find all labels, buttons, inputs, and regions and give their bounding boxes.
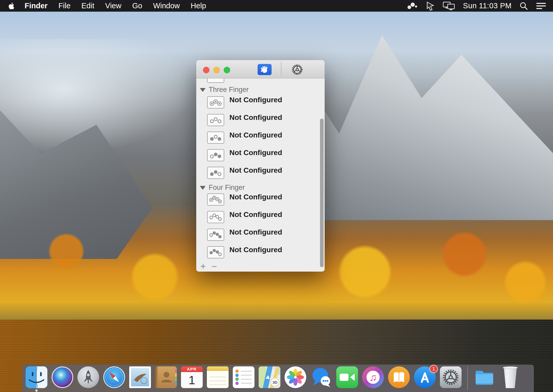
four-finger-left-filled-icon	[207, 246, 224, 258]
three-finger-tap-rings-icon	[207, 96, 224, 108]
dock-finder[interactable]	[26, 366, 47, 388]
gesture-status: Not Configured	[229, 113, 282, 122]
three-finger-outer-filled-icon	[207, 132, 224, 144]
minimize-button[interactable]	[213, 67, 220, 73]
screen-share-cursor-icon[interactable]	[426, 0, 435, 12]
disclosure-triangle-icon[interactable]	[200, 186, 206, 190]
apple-logo-icon	[8, 2, 14, 10]
remove-gesture-button[interactable]: −	[212, 262, 217, 271]
trash-rim	[503, 366, 518, 369]
messages-icon	[310, 366, 332, 388]
dock-siri[interactable]	[52, 366, 73, 388]
gesture-row[interactable]: Not Configured	[207, 167, 282, 179]
four-finger-outline-icon	[207, 211, 224, 223]
itunes-icon: ♫	[362, 366, 384, 388]
dock-trash[interactable]	[499, 366, 521, 388]
gesture-status: Not Configured	[229, 148, 282, 157]
gesture-row[interactable]: Not Configured	[207, 246, 282, 258]
dock-reminders[interactable]	[233, 366, 254, 388]
calendar-icon: APR 1	[181, 366, 203, 388]
gesture-row[interactable]: Not Configured	[207, 96, 282, 108]
menu-edit[interactable]: Edit	[76, 0, 100, 12]
gesture-list: Three Finger Not Configured Not Configur…	[196, 78, 325, 272]
ibooks-icon	[388, 366, 410, 388]
gesture-row[interactable]: Not Configured	[207, 193, 282, 206]
itunes-note-glyph: ♫	[369, 372, 377, 383]
gesture-status: Not Configured	[229, 166, 282, 175]
maps-icon: 3D	[259, 366, 280, 388]
mail-icon	[129, 366, 151, 388]
dock-itunes[interactable]: ♫	[362, 366, 384, 388]
menu-file[interactable]: File	[53, 0, 76, 12]
gesture-row[interactable]: Not Configured	[207, 114, 282, 126]
disclosure-triangle-icon[interactable]	[200, 88, 206, 92]
notes-icon	[207, 366, 229, 388]
apple-menu[interactable]	[6, 0, 19, 12]
three-finger-right-filled-icon	[207, 149, 224, 161]
launchpad-icon	[77, 366, 99, 388]
calendar-day: 1	[181, 372, 203, 388]
dock-system-preferences[interactable]	[440, 366, 462, 388]
appstore-badge: 1	[430, 365, 438, 373]
dock-ibooks[interactable]	[388, 366, 410, 388]
desktop: Finder File Edit View Go Window Help	[0, 0, 553, 392]
facetime-icon	[336, 366, 358, 388]
section-three-finger[interactable]: Three Finger	[200, 85, 249, 94]
dock-contacts[interactable]	[155, 366, 177, 388]
menu-app-name[interactable]: Finder	[19, 0, 53, 12]
dock-messages[interactable]	[310, 366, 332, 388]
close-button[interactable]	[203, 67, 209, 73]
scrollbar-thumb[interactable]	[320, 119, 324, 267]
app-dots-icon[interactable]	[406, 0, 418, 12]
gestures-window: Three Finger Not Configured Not Configur…	[196, 60, 325, 272]
folder-icon	[474, 366, 495, 388]
dock-facetime[interactable]	[336, 366, 358, 388]
menu-bar: Finder File Edit View Go Window Help	[0, 0, 553, 12]
dock-notes[interactable]	[207, 366, 229, 388]
trackpad-hand-icon	[260, 65, 270, 74]
gesture-row[interactable]: Not Configured	[207, 132, 282, 144]
dock-calendar[interactable]: APR 1	[181, 366, 203, 388]
trackpad-gestures-tab[interactable]	[258, 64, 272, 75]
three-finger-left-filled-icon	[207, 167, 224, 179]
window-titlebar[interactable]	[196, 60, 325, 78]
airplay-displays-icon[interactable]	[443, 0, 455, 12]
four-finger-right-filled-icon	[207, 229, 224, 241]
add-gesture-button[interactable]: +	[200, 262, 206, 271]
menu-go[interactable]: Go	[127, 0, 148, 12]
dock-launchpad[interactable]	[77, 366, 99, 388]
siri-icon	[52, 366, 73, 388]
reminders-icon	[233, 366, 254, 388]
gesture-status: Not Configured	[229, 228, 282, 237]
safari-icon	[103, 366, 125, 388]
gesture-row[interactable]: Not Configured	[207, 211, 282, 223]
gesture-status: Not Configured	[229, 193, 282, 201]
notification-center-icon[interactable]	[536, 0, 546, 12]
menu-clock[interactable]: Sun 11:03 PM	[463, 2, 512, 10]
dock-safari[interactable]	[103, 366, 125, 388]
dock-appstore[interactable]: 1	[414, 366, 436, 388]
zoom-button[interactable]	[224, 67, 230, 73]
three-finger-outline-icon	[207, 114, 224, 126]
gesture-status: Not Configured	[229, 210, 282, 219]
dock-maps[interactable]: 3D	[259, 366, 280, 388]
menu-help[interactable]: Help	[185, 0, 212, 12]
calendar-month: APR	[181, 366, 203, 372]
trash-icon	[502, 366, 519, 388]
section-label: Three Finger	[209, 86, 249, 94]
spotlight-icon[interactable]	[519, 0, 528, 12]
menu-view[interactable]: View	[100, 0, 127, 12]
toolbar-separator	[281, 62, 281, 76]
dock-mail[interactable]	[129, 366, 151, 388]
list-footer: + −	[200, 262, 217, 271]
system-preferences-icon	[440, 366, 462, 388]
photos-icon	[285, 366, 306, 388]
settings-tab[interactable]	[291, 63, 303, 76]
gesture-row[interactable]: Not Configured	[207, 229, 282, 241]
menu-window[interactable]: Window	[148, 0, 185, 12]
section-four-finger[interactable]: Four Finger	[200, 183, 245, 192]
gesture-row[interactable]: Not Configured	[207, 149, 282, 161]
dock-photos[interactable]	[285, 366, 306, 388]
dock-downloads-folder[interactable]	[474, 366, 495, 388]
section-label: Four Finger	[209, 184, 245, 192]
